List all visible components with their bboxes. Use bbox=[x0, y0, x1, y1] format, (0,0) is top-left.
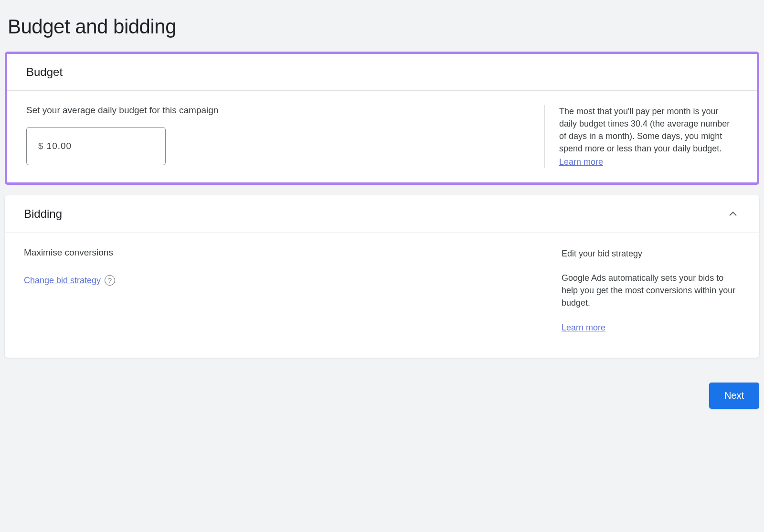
page-title: Budget and bidding bbox=[5, 5, 759, 52]
bidding-learn-more-link[interactable]: Learn more bbox=[562, 321, 605, 334]
budget-card-body: Set your average daily budget for this c… bbox=[7, 91, 757, 182]
bidding-card-body: Maximise conversions Change bid strategy… bbox=[5, 233, 759, 357]
bidding-right-info: Edit your bid strategy Google Ads automa… bbox=[547, 247, 740, 333]
next-button[interactable]: Next bbox=[709, 383, 759, 409]
bidding-heading: Bidding bbox=[24, 207, 62, 221]
budget-info-text: The most that you'll pay per month is yo… bbox=[559, 106, 730, 153]
change-bid-strategy-link[interactable]: Change bid strategy bbox=[24, 276, 101, 286]
footer: Next bbox=[5, 368, 759, 409]
budget-card-header: Budget bbox=[7, 54, 757, 91]
budget-instruction: Set your average daily budget for this c… bbox=[26, 105, 530, 116]
budget-card: Budget Set your average daily budget for… bbox=[5, 52, 759, 185]
budget-input[interactable] bbox=[47, 141, 154, 151]
budget-learn-more-link[interactable]: Learn more bbox=[559, 156, 603, 168]
bidding-left: Maximise conversions Change bid strategy… bbox=[24, 247, 547, 333]
bidding-right-para: Google Ads automatically sets your bids … bbox=[562, 272, 740, 309]
budget-input-wrap[interactable]: $ bbox=[26, 127, 166, 165]
currency-symbol: $ bbox=[38, 141, 44, 151]
chevron-up-icon[interactable] bbox=[726, 207, 740, 221]
budget-left: Set your average daily budget for this c… bbox=[26, 105, 544, 168]
help-icon[interactable]: ? bbox=[105, 275, 115, 286]
current-bid-strategy: Maximise conversions bbox=[24, 247, 532, 258]
budget-heading: Budget bbox=[26, 65, 63, 79]
budget-right-info: The most that you'll pay per month is yo… bbox=[544, 105, 738, 168]
bidding-card-header: Bidding bbox=[5, 195, 759, 233]
bidding-card: Bidding Maximise conversions Change bid … bbox=[5, 195, 759, 357]
bidding-right-heading: Edit your bid strategy bbox=[562, 247, 740, 260]
change-bid-row: Change bid strategy ? bbox=[24, 275, 115, 286]
